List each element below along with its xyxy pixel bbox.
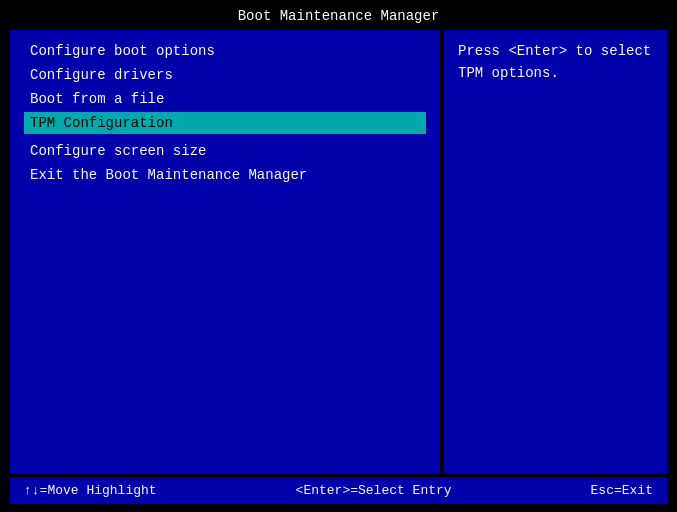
menu-item-configure-boot[interactable]: Configure boot options — [24, 40, 426, 62]
menu-item-configure-screen[interactable]: Configure screen size — [24, 140, 426, 162]
left-panel: Configure boot optionsConfigure driversB… — [10, 30, 440, 473]
menu-item-configure-drivers[interactable]: Configure drivers — [24, 64, 426, 86]
status-bar: ↑↓=Move Highlight <Enter>=Select Entry E… — [10, 477, 667, 504]
status-select: <Enter>=Select Entry — [296, 483, 452, 498]
menu-item-exit-manager[interactable]: Exit the Boot Maintenance Manager — [24, 164, 426, 186]
main-area: Configure boot optionsConfigure driversB… — [10, 30, 667, 473]
status-move: ↑↓=Move Highlight — [24, 483, 157, 498]
page-title: Boot Maintenance Manager — [238, 8, 440, 24]
menu-item-tpm-configuration[interactable]: TPM Configuration — [24, 112, 426, 134]
status-exit: Esc=Exit — [591, 483, 653, 498]
help-text: Press <Enter> to select TPM options. — [458, 40, 653, 85]
screen: Boot Maintenance Manager Configure boot … — [0, 0, 677, 512]
title-bar: Boot Maintenance Manager — [0, 0, 677, 30]
right-panel: Press <Enter> to select TPM options. — [444, 30, 667, 473]
menu-item-boot-from-file[interactable]: Boot from a file — [24, 88, 426, 110]
